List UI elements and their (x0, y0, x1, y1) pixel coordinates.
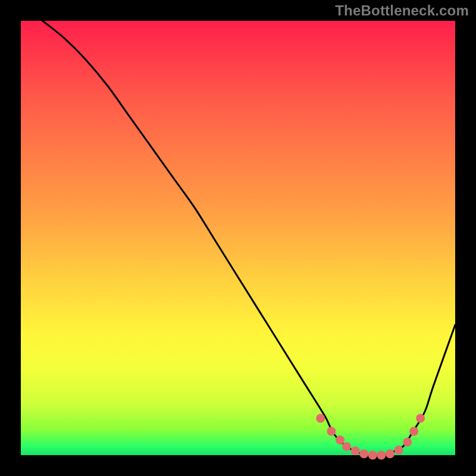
sweet-spot-dot (403, 438, 412, 447)
attribution-text: TheBottleneck.com (335, 2, 469, 19)
curve-svg (21, 21, 455, 455)
sweet-spot-dot (377, 451, 386, 460)
chart-frame: TheBottleneck.com (0, 0, 476, 476)
sweet-spot-dot (316, 414, 325, 422)
sweet-spot-dot (394, 446, 403, 455)
sweet-spot-dot (416, 414, 425, 422)
sweet-spot-dots (316, 414, 425, 459)
sweet-spot-dot (409, 427, 418, 436)
sweet-spot-dot (351, 446, 360, 455)
sweet-spot-dot (359, 449, 368, 458)
sweet-spot-dot (368, 451, 377, 460)
sweet-spot-dot (336, 436, 345, 444)
plot-area (21, 21, 455, 455)
sweet-spot-dot (386, 449, 394, 458)
bottleneck-curve (43, 21, 456, 455)
sweet-spot-dot (327, 427, 336, 436)
sweet-spot-dot (342, 442, 351, 451)
